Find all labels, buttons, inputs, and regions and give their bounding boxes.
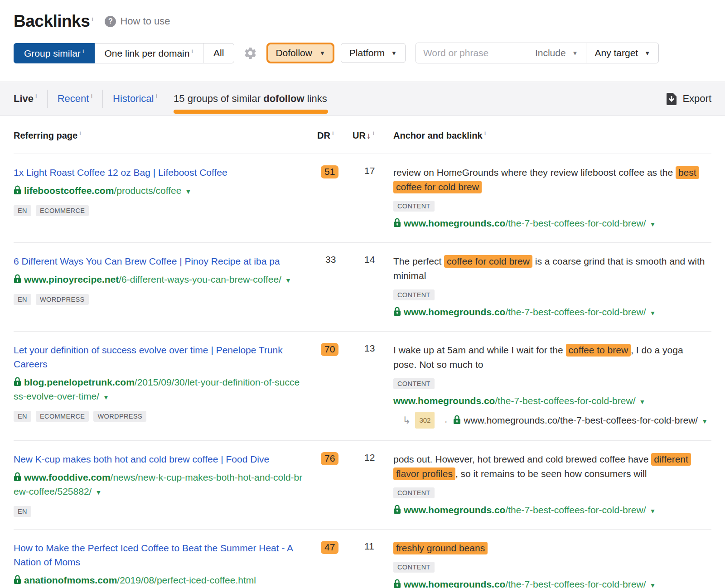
divider: [102, 90, 103, 108]
word-or-phrase-filter: Include▼ Any target▼: [416, 43, 659, 63]
referring-page-url[interactable]: lifeboostcoffee.com/products/coffee▼: [14, 183, 304, 199]
backlink-domain: www.homegrounds.co: [404, 579, 505, 588]
referring-domain: anationofmoms.com: [24, 575, 117, 585]
how-to-use-link[interactable]: ? How to use: [105, 15, 170, 27]
tag-badge: ECOMMERCE: [36, 411, 89, 422]
info-icon[interactable]: i: [92, 15, 93, 22]
table-row: 1x Light Roast Coffee 12 oz Bag | Lifebo…: [14, 154, 711, 242]
expand-caret-icon[interactable]: ▼: [649, 582, 656, 588]
backlink-url[interactable]: www.homegrounds.co/the-7-best-coffees-fo…: [393, 305, 708, 320]
anchor-cell: freshly ground beans CONTENT www.homegro…: [393, 541, 708, 588]
referring-domain: lifeboostcoffee.com: [24, 185, 114, 196]
lock-icon: [14, 377, 21, 386]
dr-value: 47: [321, 541, 338, 554]
referring-domain: www.fooddive.com: [24, 472, 111, 482]
lock-icon: [14, 575, 21, 584]
results-summary: 15 groups of similar dofollow links: [174, 93, 327, 105]
anchor-text: pods out. However, hot brewed and cold b…: [393, 452, 708, 481]
ur-value: 13: [364, 343, 375, 353]
page-tags: EN: [14, 506, 304, 517]
lock-icon: [393, 218, 401, 227]
page-title: Backlinksi: [14, 12, 93, 31]
chevron-down-icon: ▼: [319, 50, 325, 57]
one-link-per-domain-button[interactable]: One link per domaini: [94, 43, 204, 63]
col-anchor-backlink[interactable]: Anchor and backlinki: [393, 130, 711, 141]
ur-cell: 14: [353, 254, 393, 265]
referring-page-url[interactable]: blog.penelopetrunk.com/2015/09/30/let-yo…: [14, 375, 304, 405]
referring-page-title-link[interactable]: Let your definition of success evolve ov…: [14, 343, 304, 371]
referring-page-cell: How to Make the Perfect Iced Coffee to B…: [14, 541, 304, 588]
referring-page-url[interactable]: www.pinoyrecipe.net/6-different-ways-you…: [14, 272, 304, 288]
referring-path: /2019/08/perfect-iced-coffee.html: [117, 575, 256, 585]
lock-icon: [14, 274, 21, 284]
page-tags: EN ECOMMERCE: [14, 205, 304, 216]
expand-caret-icon[interactable]: ▼: [285, 277, 291, 284]
any-target-dropdown[interactable]: Any target▼: [586, 43, 658, 63]
lock-icon: [453, 415, 461, 424]
referring-domain: blog.penelopetrunk.com: [24, 377, 135, 387]
filter-bar: Group similari One link per domaini All …: [0, 43, 725, 63]
expand-caret-icon[interactable]: ▼: [649, 507, 656, 515]
referring-page-cell: New K-cup makes both hot and cold brew c…: [14, 452, 304, 517]
col-ur[interactable]: UR↓i: [353, 130, 393, 141]
backlink-url[interactable]: www.homegrounds.co/the-7-best-coffees-fo…: [393, 394, 708, 409]
referring-page-title-link[interactable]: 6 Different Ways You Can Brew Coffee | P…: [14, 254, 304, 268]
referring-page-url[interactable]: anationofmoms.com/2019/08/perfect-iced-c…: [14, 573, 304, 588]
platform-filter-button[interactable]: Platform▼: [341, 43, 406, 63]
dr-cell: 70: [317, 343, 353, 356]
include-dropdown[interactable]: Include▼: [527, 43, 586, 63]
dr-cell: 51: [317, 165, 353, 178]
info-icon: i: [91, 93, 92, 100]
page-tags: EN WORDPRESS: [14, 294, 304, 305]
tab-recent[interactable]: Recenti: [58, 93, 92, 105]
expand-caret-icon[interactable]: ▼: [639, 398, 645, 405]
anchor-text: review on HomeGrounds where they review …: [393, 165, 708, 194]
lock-icon: [393, 307, 401, 316]
col-dr[interactable]: DRi: [317, 130, 353, 141]
content-badge: CONTENT: [393, 562, 435, 573]
tag-badge: EN: [14, 411, 31, 422]
referring-page-url[interactable]: www.fooddive.com/news/new-k-cup-makes-bo…: [14, 470, 304, 500]
all-button[interactable]: All: [203, 43, 234, 63]
redirect-target-path: /the-7-best-coffees-for-cold-brew/: [557, 415, 698, 425]
tab-live[interactable]: Livei: [14, 93, 37, 105]
backlink-url[interactable]: www.homegrounds.co/the-7-best-coffees-fo…: [393, 503, 708, 518]
tag-badge: WORDPRESS: [93, 411, 146, 422]
word-or-phrase-input[interactable]: [416, 43, 527, 63]
col-referring-page[interactable]: Referring pagei: [14, 130, 317, 141]
dr-cell: 47: [317, 541, 353, 554]
expand-caret-icon[interactable]: ▼: [95, 489, 102, 496]
backlink-url[interactable]: www.homegrounds.co/the-7-best-coffees-fo…: [393, 216, 708, 231]
expand-caret-icon[interactable]: ▼: [701, 418, 708, 425]
lock-icon: [393, 579, 401, 588]
export-button[interactable]: Export: [666, 92, 711, 106]
anchor-cell: pods out. However, hot brewed and cold b…: [393, 452, 708, 518]
expand-caret-icon[interactable]: ▼: [185, 188, 191, 195]
how-to-use-label: How to use: [120, 15, 170, 27]
backlink-path: /the-7-best-coffees-for-cold-brew/: [505, 307, 646, 317]
referring-page-title-link[interactable]: How to Make the Perfect Iced Coffee to B…: [14, 541, 304, 569]
backlink-path: /the-7-best-coffees-for-cold-brew/: [505, 505, 646, 515]
dr-value: 70: [321, 343, 338, 356]
content-badge: CONTENT: [393, 289, 435, 300]
ur-value: 14: [364, 254, 375, 265]
ur-value: 11: [364, 541, 374, 551]
backlink-url[interactable]: www.homegrounds.co/the-7-best-coffees-fo…: [393, 577, 708, 588]
tab-historical[interactable]: Historicali: [113, 93, 157, 105]
question-icon: ?: [105, 16, 116, 27]
referring-page-title-link[interactable]: 1x Light Roast Coffee 12 oz Bag | Lifebo…: [14, 165, 304, 179]
anchor-highlight: coffee to brew: [566, 344, 631, 357]
ur-cell: 13: [353, 343, 393, 354]
referring-page-title-link[interactable]: New K-cup makes both hot and cold brew c…: [14, 452, 304, 466]
grouping-segmented-control: Group similari One link per domaini All: [14, 43, 234, 63]
expand-caret-icon[interactable]: ▼: [649, 221, 656, 228]
group-similar-button[interactable]: Group similari: [14, 43, 95, 63]
expand-caret-icon[interactable]: ▼: [649, 309, 656, 317]
dofollow-filter-button[interactable]: Dofollow▼: [266, 43, 334, 63]
settings-gear-icon[interactable]: [243, 46, 257, 60]
expand-caret-icon[interactable]: ▼: [103, 394, 109, 401]
backlink-domain: www.homegrounds.co: [404, 505, 505, 515]
info-icon: i: [332, 130, 334, 136]
info-icon: i: [191, 48, 193, 54]
anchor-text: freshly ground beans: [393, 541, 708, 555]
